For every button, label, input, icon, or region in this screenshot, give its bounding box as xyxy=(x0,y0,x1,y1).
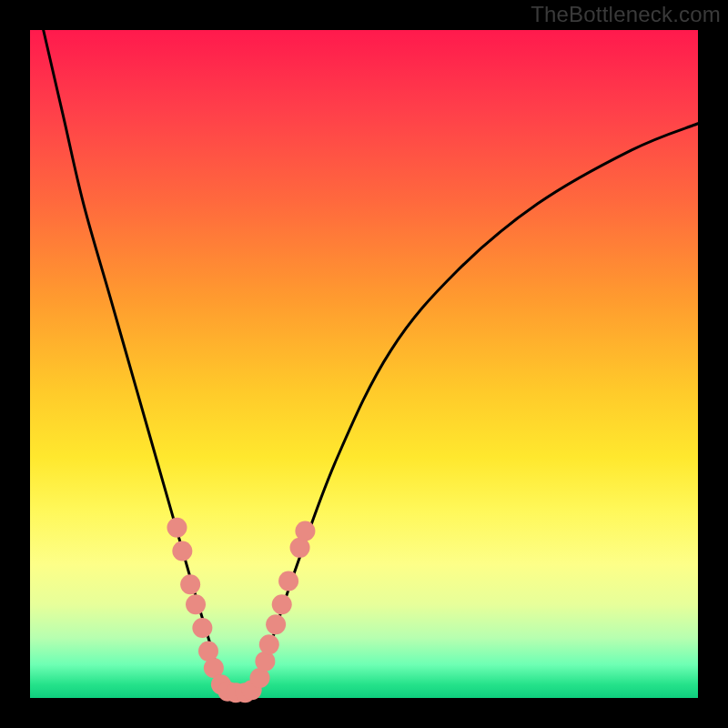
highlight-dot xyxy=(266,614,286,634)
highlight-dot xyxy=(272,594,292,614)
watermark-text: TheBottleneck.com xyxy=(531,2,721,27)
highlight-dot xyxy=(295,521,315,541)
chart-frame: TheBottleneck.com xyxy=(0,0,728,728)
highlight-dot xyxy=(192,618,212,638)
highlight-dot xyxy=(278,571,298,592)
highlight-dot xyxy=(255,652,275,672)
highlight-dot xyxy=(180,574,200,594)
highlight-dot xyxy=(186,594,206,614)
highlight-dots-group xyxy=(167,518,315,703)
chart-svg xyxy=(30,30,698,698)
highlight-dot xyxy=(167,518,187,538)
highlight-dot xyxy=(172,541,192,561)
bottleneck-curve xyxy=(44,30,698,696)
highlight-dot xyxy=(259,634,279,654)
